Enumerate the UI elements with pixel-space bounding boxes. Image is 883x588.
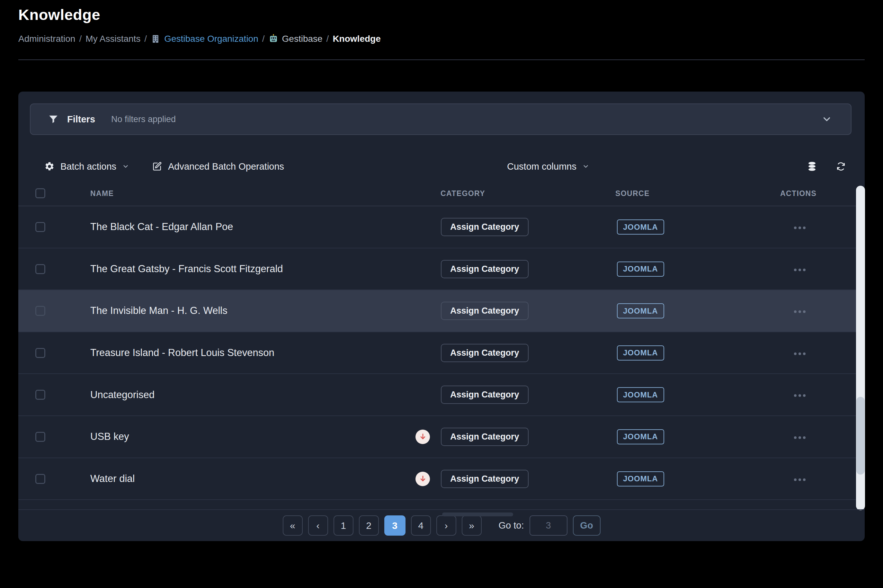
- breadcrumb-separator: /: [327, 34, 329, 44]
- prev-page-button[interactable]: ‹: [308, 515, 328, 536]
- last-page-button[interactable]: »: [462, 515, 482, 536]
- horizontal-scrollbar-thumb[interactable]: [442, 513, 513, 516]
- knowledge-item-name: Treasure Island - Robert Louis Stevenson: [90, 332, 274, 374]
- breadcrumb-current-knowledge: Knowledge: [333, 34, 381, 44]
- funnel-icon: [48, 114, 59, 124]
- header-divider: [18, 60, 865, 60]
- page-button-2[interactable]: 2: [359, 515, 379, 536]
- row-checkbox[interactable]: [35, 390, 45, 400]
- assign-category-button[interactable]: Assign Category: [441, 428, 529, 446]
- assign-category-button[interactable]: Assign Category: [441, 218, 529, 236]
- column-header-actions: ACTIONS: [780, 189, 817, 198]
- source-badge: JOOMLA: [617, 219, 664, 234]
- breadcrumb: Administration / My Assistants / Gestiba…: [18, 34, 381, 44]
- red-down-arrow-icon: [415, 472, 430, 486]
- table-row: Treasure Island - Robert Louis Stevenson…: [18, 332, 865, 374]
- advanced-batch-operations-button[interactable]: Advanced Batch Operations: [152, 152, 284, 181]
- row-actions-button[interactable]: [792, 309, 808, 315]
- row-actions-button[interactable]: [792, 477, 808, 483]
- row-actions-button[interactable]: [792, 434, 808, 441]
- assign-category-button[interactable]: Assign Category: [441, 470, 529, 488]
- table-row: The Great Gatsby - Francis Scott Fitzger…: [18, 248, 865, 291]
- source-badge: JOOMLA: [617, 429, 664, 444]
- refresh-icon[interactable]: [836, 161, 846, 172]
- assign-category-button[interactable]: Assign Category: [441, 302, 529, 320]
- row-checkbox[interactable]: [35, 432, 45, 442]
- breadcrumb-separator: /: [262, 34, 265, 44]
- gear-icon: [44, 161, 55, 172]
- source-badge: JOOMLA: [617, 387, 664, 402]
- page-button-4[interactable]: 4: [411, 515, 431, 536]
- page-header: Knowledge Administration / My Assistants…: [18, 6, 381, 44]
- breadcrumb-item-my-assistants[interactable]: My Assistants: [85, 34, 141, 44]
- vertical-scrollbar-thumb[interactable]: [856, 397, 865, 475]
- row-checkbox[interactable]: [35, 474, 45, 484]
- assign-category-button[interactable]: Assign Category: [441, 260, 529, 278]
- table-body: The Black Cat - Edgar Allan Poe Assign C…: [18, 206, 865, 500]
- chevron-down-icon[interactable]: [821, 114, 832, 124]
- custom-columns-dropdown[interactable]: Custom columns: [507, 152, 589, 181]
- robot-icon: [268, 34, 278, 44]
- chevron-down-icon: [582, 163, 589, 170]
- column-header-category[interactable]: CATEGORY: [441, 189, 485, 198]
- page-title: Knowledge: [18, 6, 381, 24]
- goto-page-input[interactable]: [529, 515, 567, 536]
- database-icon[interactable]: [807, 161, 817, 172]
- knowledge-item-name: The Great Gatsby - Francis Scott Fitzger…: [90, 248, 283, 290]
- table-row: Water dial Assign Category JOOMLA: [18, 458, 865, 500]
- red-down-arrow-icon: [415, 430, 430, 444]
- vertical-scrollbar[interactable]: [856, 186, 865, 510]
- knowledge-item-name: Water dial: [90, 458, 135, 500]
- table-row: The Invisible Man - H. G. Wells Assign C…: [18, 290, 865, 332]
- source-badge: JOOMLA: [617, 471, 664, 486]
- filters-bar[interactable]: Filters No filters applied: [30, 104, 852, 135]
- chevron-down-icon: [122, 163, 129, 170]
- row-checkbox[interactable]: [35, 348, 45, 358]
- source-badge: JOOMLA: [617, 261, 664, 277]
- page-button-1[interactable]: 1: [334, 515, 354, 536]
- row-checkbox[interactable]: [35, 264, 45, 274]
- knowledge-item-name: USB key: [90, 416, 129, 458]
- row-actions-button[interactable]: [792, 392, 808, 399]
- building-icon: [151, 34, 160, 44]
- breadcrumb-item-administration[interactable]: Administration: [18, 34, 75, 44]
- table-row: The Black Cat - Edgar Allan Poe Assign C…: [18, 206, 865, 248]
- row-actions-button[interactable]: [792, 351, 808, 357]
- edit-square-icon: [152, 161, 162, 172]
- filters-label: Filters: [67, 114, 95, 124]
- toolbar-right-icons: [807, 152, 846, 181]
- go-button[interactable]: Go: [573, 515, 601, 536]
- knowledge-item-name: Uncategorised: [90, 374, 154, 416]
- knowledge-item-name: The Black Cat - Edgar Allan Poe: [90, 206, 233, 248]
- knowledge-table: NAME CATEGORY SOURCE ACTIONS The Black C…: [18, 185, 865, 509]
- table-header-row: NAME CATEGORY SOURCE ACTIONS: [18, 185, 865, 206]
- first-page-button[interactable]: «: [283, 515, 303, 536]
- row-actions-button[interactable]: [792, 267, 808, 273]
- pagination-bar: « ‹ 1 2 3 4 › » Go to: Go: [18, 509, 865, 541]
- knowledge-panel: Filters No filters applied Batch actions…: [18, 92, 865, 541]
- breadcrumb-link-gestibase-organization[interactable]: Gestibase Organization: [164, 34, 258, 44]
- breadcrumb-item-gestibase[interactable]: Gestibase: [282, 34, 322, 44]
- next-page-button[interactable]: ›: [436, 515, 456, 536]
- column-header-name[interactable]: NAME: [90, 189, 114, 198]
- row-actions-button[interactable]: [792, 225, 808, 231]
- batch-actions-label: Batch actions: [60, 161, 116, 172]
- breadcrumb-separator: /: [79, 34, 82, 44]
- advanced-batch-operations-label: Advanced Batch Operations: [168, 161, 284, 172]
- column-header-source[interactable]: SOURCE: [615, 189, 650, 198]
- assign-category-button[interactable]: Assign Category: [441, 386, 529, 404]
- assign-category-button[interactable]: Assign Category: [441, 344, 529, 362]
- custom-columns-label: Custom columns: [507, 161, 576, 172]
- partial-next-row: [18, 500, 865, 509]
- page-button-3-active[interactable]: 3: [384, 515, 406, 536]
- row-checkbox[interactable]: [35, 222, 45, 232]
- breadcrumb-separator: /: [144, 34, 147, 44]
- batch-actions-dropdown[interactable]: Batch actions: [44, 152, 129, 181]
- goto-page-label: Go to:: [499, 520, 524, 531]
- table-toolbar: Batch actions Advanced Batch Operations …: [18, 152, 865, 181]
- select-all-checkbox[interactable]: [35, 188, 45, 198]
- row-checkbox[interactable]: [35, 306, 45, 316]
- table-row: Uncategorised Assign Category JOOMLA: [18, 374, 865, 416]
- filters-status: No filters applied: [111, 114, 176, 124]
- table-row: USB key Assign Category JOOMLA: [18, 416, 865, 458]
